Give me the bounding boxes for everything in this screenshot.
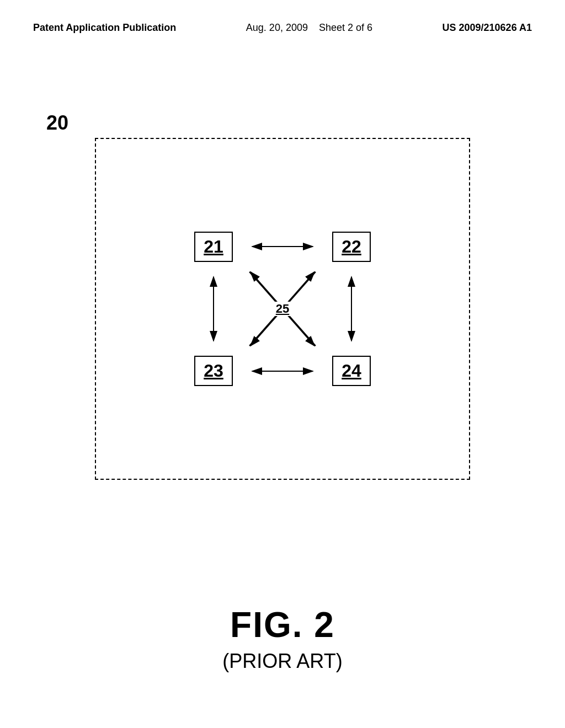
inner-diagram: 21 22 23 24 25 [194, 232, 371, 386]
figure-title: FIG. 2 [0, 604, 565, 645]
label-25: 25 [274, 302, 291, 316]
diagram-area: 20 21 22 23 24 25 [33, 88, 532, 529]
sheet-label: Sheet 2 of 6 [319, 22, 372, 33]
figure-subtitle: (PRIOR ART) [0, 650, 565, 673]
date-label: Aug. 20, 2009 [246, 22, 308, 33]
date-sheet-label: Aug. 20, 2009 Sheet 2 of 6 [246, 22, 372, 34]
label-20: 20 [46, 111, 68, 135]
publication-label: Patent Application Publication [33, 22, 176, 34]
page-header: Patent Application Publication Aug. 20, … [33, 22, 532, 34]
outer-dashed-box: 20 21 22 23 24 25 [95, 138, 470, 480]
figure-caption: FIG. 2 (PRIOR ART) [0, 604, 565, 673]
patent-number-label: US 2009/210626 A1 [443, 22, 532, 34]
